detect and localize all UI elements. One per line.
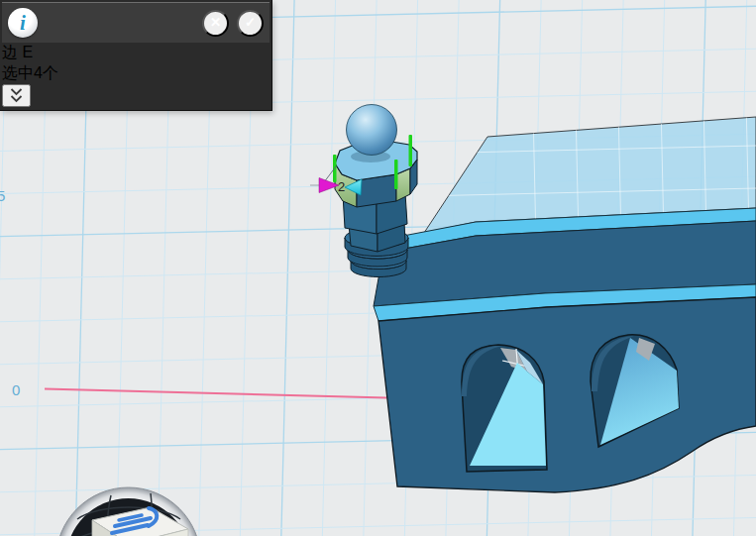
- bridge-model[interactable]: [374, 99, 756, 492]
- x-axis-line: [45, 389, 386, 398]
- grid-label-5: 5: [0, 187, 5, 204]
- confirm-icon: ✓: [245, 16, 256, 29]
- finial-sphere[interactable]: [347, 105, 397, 156]
- dialog-body: 边 E 选中4个: [2, 43, 270, 108]
- selected-edge-3: [409, 135, 413, 166]
- grid-label-0: 0: [12, 381, 20, 398]
- dialog-titlebar[interactable]: i ✕ ✓: [2, 2, 270, 43]
- arch-wall-face[interactable]: [378, 297, 756, 492]
- handle-value-label: 2: [338, 179, 345, 194]
- expand-options-button[interactable]: [2, 84, 31, 107]
- edge-selection-input[interactable]: 选中4个: [2, 63, 270, 84]
- cad-viewport[interactable]: 5 0: [0, 0, 756, 536]
- selected-edge-2: [394, 160, 398, 189]
- info-icon: i: [8, 8, 38, 38]
- arch-window-1[interactable]: [462, 345, 547, 472]
- edge-selection-value: 选中4个: [2, 64, 58, 81]
- logo-puck: [56, 487, 201, 536]
- double-chevron-down-icon: [10, 87, 23, 104]
- cancel-icon: ✕: [210, 16, 221, 29]
- selection-dialog: i ✕ ✓ 边 E 选中4个: [0, 0, 271, 110]
- edge-field-label: 边 E: [2, 44, 33, 60]
- finial-post[interactable]: [335, 105, 417, 277]
- cancel-button[interactable]: ✕: [202, 10, 229, 37]
- confirm-button[interactable]: ✓: [237, 10, 264, 37]
- info-icon-glyph: i: [20, 13, 26, 34]
